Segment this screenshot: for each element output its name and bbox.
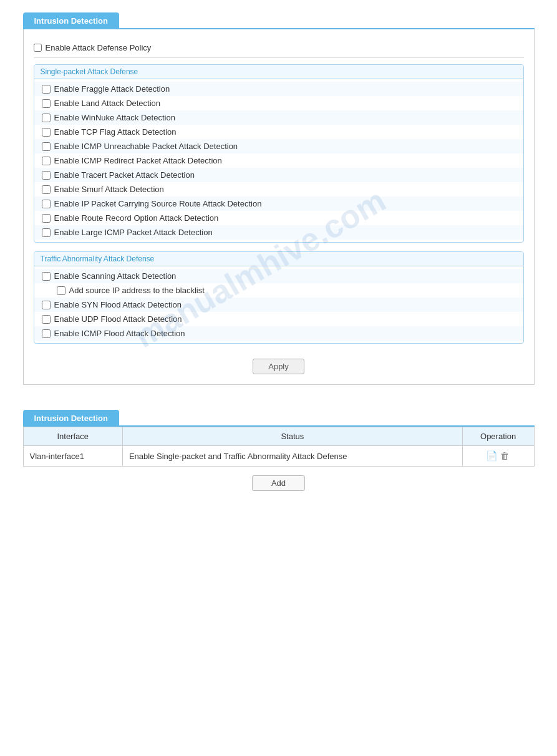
traffic-list: Enable Scanning Attack DetectionAdd sour… <box>34 266 523 343</box>
single-packet-label-8: Enable IP Packet Carrying Source Route A… <box>54 199 262 208</box>
single-packet-checkbox-7[interactable] <box>42 185 51 194</box>
single-packet-label-2: Enable WinNuke Attack Detection <box>54 113 175 122</box>
list-item: Enable UDP Flood Attack Detection <box>34 312 523 326</box>
single-packet-title: Single-packet Attack Defense <box>34 65 523 79</box>
list-item: Enable SYN Flood Attack Detection <box>34 298 523 312</box>
top-section-title: Intrusion Detection <box>23 12 119 29</box>
single-packet-label-3: Enable TCP Flag Attack Detection <box>54 127 177 137</box>
list-item: Enable WinNuke Attack Detection <box>34 110 523 125</box>
apply-row: Apply <box>34 352 524 377</box>
single-packet-label-6: Enable Tracert Packet Attack Detection <box>54 170 195 180</box>
top-intrusion-section: Intrusion Detection Enable Attack Defens… <box>23 12 535 385</box>
single-packet-checkbox-5[interactable] <box>42 157 51 165</box>
list-item: Enable TCP Flag Attack Detection <box>34 125 523 139</box>
list-item: Enable Smurf Attack Detection <box>34 182 523 196</box>
traffic-label-0: Enable Scanning Attack Detection <box>54 271 177 281</box>
single-packet-list: Enable Fraggle Attack DetectionEnable La… <box>34 79 523 242</box>
col-status: Status <box>122 427 462 446</box>
traffic-checkbox-0[interactable] <box>42 272 51 281</box>
bottom-section-title: Intrusion Detection <box>23 410 119 427</box>
single-packet-checkbox-3[interactable] <box>42 128 51 137</box>
single-packet-checkbox-10[interactable] <box>42 228 51 237</box>
traffic-checkbox-1[interactable] <box>57 286 65 295</box>
single-packet-label-9: Enable Route Record Option Attack Detect… <box>54 213 219 223</box>
single-packet-label-1: Enable Land Attack Detection <box>54 99 161 108</box>
cell-status: Enable Single-packet and Traffic Abnorma… <box>122 446 462 467</box>
single-packet-checkbox-0[interactable] <box>42 85 51 94</box>
list-item: Enable Land Attack Detection <box>34 96 523 110</box>
delete-icon[interactable]: 🗑 <box>500 450 511 462</box>
list-item: Enable Large ICMP Packet Attack Detectio… <box>34 225 523 240</box>
single-packet-checkbox-1[interactable] <box>42 99 51 108</box>
enable-attack-defense-checkbox[interactable] <box>34 44 42 52</box>
traffic-label-1: Add source IP address to the blacklist <box>69 286 205 295</box>
bottom-section-line <box>119 425 535 427</box>
traffic-section: Traffic Abnormality Attack Defense Enabl… <box>34 251 524 344</box>
col-operation: Operation <box>462 427 534 446</box>
single-packet-checkbox-6[interactable] <box>42 171 51 180</box>
edit-icon[interactable]: 📄 <box>486 450 497 462</box>
col-interface: Interface <box>23 427 122 446</box>
single-packet-label-10: Enable Large ICMP Packet Attack Detectio… <box>54 228 213 237</box>
traffic-title: Traffic Abnormality Attack Defense <box>34 252 523 266</box>
list-item: Enable Scanning Attack Detection <box>34 269 523 283</box>
cell-interface: Vlan-interface1 <box>23 446 122 467</box>
bottom-intrusion-section: Intrusion Detection Interface Status Ope… <box>23 410 535 500</box>
single-packet-checkbox-8[interactable] <box>42 200 51 208</box>
enable-attack-defense-label: Enable Attack Defense Policy <box>46 43 152 52</box>
list-item: Add source IP address to the blacklist <box>34 283 523 298</box>
single-packet-checkbox-2[interactable] <box>42 114 51 122</box>
main-checkbox-row: Enable Attack Defense Policy <box>34 37 524 58</box>
cell-operation: 📄🗑 <box>462 446 534 467</box>
list-item: Enable Route Record Option Attack Detect… <box>34 211 523 225</box>
traffic-checkbox-4[interactable] <box>42 329 51 338</box>
apply-button[interactable]: Apply <box>253 359 304 374</box>
traffic-label-2: Enable SYN Flood Attack Detection <box>54 300 182 309</box>
single-packet-label-5: Enable ICMP Redirect Packet Attack Detec… <box>54 156 222 165</box>
list-item: Enable ICMP Unreachable Packet Attack De… <box>34 139 523 153</box>
table-header-row: Interface Status Operation <box>23 427 534 446</box>
top-section-header: Intrusion Detection <box>23 12 535 29</box>
list-item: Enable ICMP Flood Attack Detection <box>34 326 523 341</box>
single-packet-label-7: Enable Smurf Attack Detection <box>54 185 164 194</box>
single-packet-checkbox-9[interactable] <box>42 214 51 223</box>
single-packet-label-4: Enable ICMP Unreachable Packet Attack De… <box>54 142 238 151</box>
bottom-section-header: Intrusion Detection <box>23 410 535 427</box>
table-row: Vlan-interface1Enable Single-packet and … <box>23 446 534 467</box>
add-button[interactable]: Add <box>252 475 305 491</box>
single-packet-checkbox-4[interactable] <box>42 142 51 151</box>
top-section-line <box>119 28 535 29</box>
traffic-label-4: Enable ICMP Flood Attack Detection <box>54 329 185 338</box>
traffic-checkbox-3[interactable] <box>42 315 51 324</box>
list-item: Enable ICMP Redirect Packet Attack Detec… <box>34 153 523 168</box>
list-item: Enable IP Packet Carrying Source Route A… <box>34 196 523 211</box>
single-packet-section: Single-packet Attack Defense Enable Frag… <box>34 64 524 243</box>
list-item: Enable Fraggle Attack Detection <box>34 82 523 96</box>
intrusion-table: Interface Status Operation Vlan-interfac… <box>23 427 535 467</box>
add-row: Add <box>23 467 535 500</box>
list-item: Enable Tracert Packet Attack Detection <box>34 168 523 182</box>
table-wrapper: Interface Status Operation Vlan-interfac… <box>23 427 535 467</box>
top-section-content: Enable Attack Defense Policy Single-pack… <box>23 29 535 385</box>
traffic-checkbox-2[interactable] <box>42 301 51 309</box>
single-packet-label-0: Enable Fraggle Attack Detection <box>54 84 170 94</box>
traffic-label-3: Enable UDP Flood Attack Detection <box>54 314 182 324</box>
